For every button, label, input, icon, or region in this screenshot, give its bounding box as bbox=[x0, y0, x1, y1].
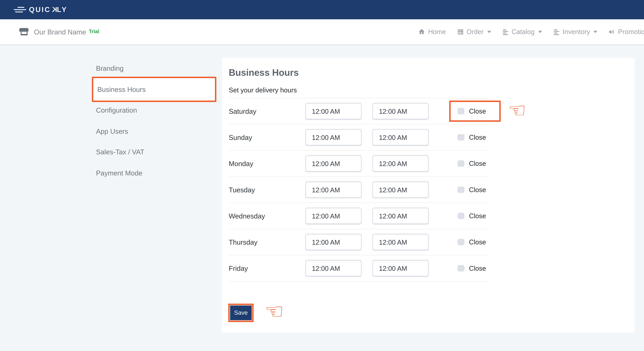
day-label: Saturday bbox=[229, 107, 256, 115]
open-time-input[interactable] bbox=[306, 103, 362, 119]
open-time-input[interactable] bbox=[306, 208, 362, 224]
close-toggle[interactable]: Close bbox=[458, 212, 486, 220]
home-icon bbox=[418, 28, 426, 36]
close-checkbox[interactable] bbox=[458, 186, 464, 193]
page-subtitle: Set your delivery hours bbox=[229, 86, 634, 94]
open-time-input[interactable] bbox=[306, 129, 362, 146]
close-time-input[interactable] bbox=[372, 103, 428, 119]
chevron-down-icon bbox=[594, 31, 597, 33]
day-label: Monday bbox=[229, 160, 253, 168]
close-toggle[interactable]: Close bbox=[458, 108, 486, 115]
brand[interactable]: Our Brand Name Trial bbox=[19, 28, 99, 36]
sidebar-item-app-users[interactable]: App Users bbox=[92, 120, 216, 142]
close-toggle[interactable]: Close bbox=[458, 264, 486, 272]
close-time-input[interactable] bbox=[372, 182, 428, 198]
day-label: Friday bbox=[229, 264, 248, 272]
open-time-input[interactable] bbox=[306, 234, 362, 250]
nav-item-order[interactable]: Order bbox=[457, 28, 491, 36]
close-checkbox[interactable] bbox=[458, 265, 464, 272]
table-row-sunday: Sunday Close bbox=[229, 124, 488, 150]
page: QUICKLY Our Brand Name Trial Home Order bbox=[0, 0, 644, 351]
close-checkbox[interactable] bbox=[458, 239, 464, 245]
brand-navbar: Our Brand Name Trial Home Order Catalog … bbox=[0, 19, 644, 45]
table-icon bbox=[457, 28, 464, 35]
speed-lines-icon bbox=[14, 7, 26, 12]
close-toggle[interactable]: Close bbox=[458, 186, 486, 193]
save-button[interactable]: Save bbox=[230, 305, 252, 320]
storefront-icon bbox=[19, 28, 28, 36]
table-row-wednesday: Wednesday Close bbox=[229, 203, 488, 229]
brand-name: Our Brand Name bbox=[34, 28, 86, 36]
open-time-input[interactable] bbox=[306, 260, 362, 276]
close-time-input[interactable] bbox=[372, 234, 428, 250]
close-toggle[interactable]: Close bbox=[458, 160, 486, 167]
nav-item-promotions[interactable]: Promotions bbox=[608, 28, 644, 36]
chevron-down-icon bbox=[538, 31, 542, 33]
close-toggle[interactable]: Close bbox=[458, 238, 486, 246]
nav-item-home[interactable]: Home bbox=[418, 28, 446, 36]
logo-text: QUICKLY bbox=[29, 6, 68, 14]
close-time-input[interactable] bbox=[372, 208, 428, 224]
day-label: Wednesday bbox=[229, 212, 265, 220]
open-time-input[interactable] bbox=[306, 156, 362, 172]
chevron-down-icon bbox=[487, 31, 491, 33]
delivery-hours-table: Saturday Close ☜ Sunday Close bbox=[229, 98, 488, 282]
close-checkbox[interactable] bbox=[458, 134, 464, 140]
sidebar-item-configuration[interactable]: Configuration bbox=[92, 100, 216, 120]
sidebar-item-branding[interactable]: Branding bbox=[92, 58, 216, 79]
megaphone-icon bbox=[608, 28, 615, 35]
annotation-highlight: Save bbox=[228, 304, 254, 322]
open-time-input[interactable] bbox=[306, 182, 362, 198]
save-area: Save ☜ bbox=[228, 302, 634, 324]
table-row-monday: Monday Close bbox=[229, 151, 488, 177]
app-logo[interactable]: QUICKLY bbox=[14, 6, 67, 14]
list-icon bbox=[553, 28, 560, 35]
table-row-friday: Friday Close bbox=[229, 256, 488, 282]
sidebar-item-sales-tax-vat[interactable]: Sales-Tax / VAT bbox=[92, 142, 216, 162]
close-time-input[interactable] bbox=[372, 129, 428, 146]
top-navbar: QUICKLY bbox=[0, 0, 644, 19]
nav-item-inventory[interactable]: Inventory bbox=[553, 28, 597, 36]
trial-badge: Trial bbox=[89, 28, 99, 34]
business-hours-card: Business Hours Set your delivery hours S… bbox=[222, 58, 634, 332]
sidebar-item-business-hours[interactable]: Business Hours bbox=[92, 77, 216, 102]
sidebar-item-payment-mode[interactable]: Payment Mode bbox=[92, 162, 216, 183]
list-icon bbox=[502, 28, 509, 35]
nav-item-catalog[interactable]: Catalog bbox=[502, 28, 542, 36]
close-checkbox[interactable] bbox=[458, 213, 464, 219]
close-toggle[interactable]: Close bbox=[458, 134, 486, 141]
close-time-input[interactable] bbox=[372, 260, 428, 276]
pointer-hand-icon: ☜ bbox=[264, 300, 284, 322]
table-row-saturday: Saturday Close ☜ bbox=[229, 98, 488, 124]
table-row-tuesday: Tuesday Close bbox=[229, 177, 488, 203]
table-row-thursday: Thursday Close bbox=[229, 229, 488, 256]
close-time-input[interactable] bbox=[372, 156, 428, 172]
page-title: Business Hours bbox=[229, 66, 634, 79]
close-checkbox[interactable] bbox=[458, 108, 464, 114]
main-nav: Home Order Catalog Inventory Promotions bbox=[418, 28, 644, 36]
day-label: Thursday bbox=[229, 238, 258, 246]
day-label: Sunday bbox=[229, 134, 252, 141]
day-label: Tuesday bbox=[229, 186, 255, 194]
close-checkbox[interactable] bbox=[458, 160, 464, 167]
settings-sidebar: Branding Business Hours Configuration Ap… bbox=[92, 58, 216, 183]
pointer-hand-icon: ☜ bbox=[508, 100, 526, 120]
